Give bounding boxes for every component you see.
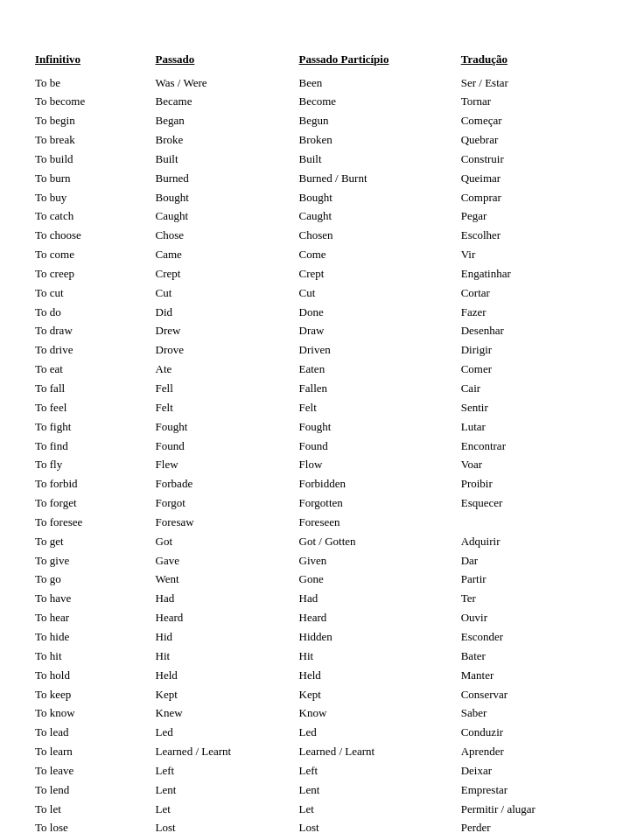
table-cell: Emprestar [461, 780, 609, 800]
table-cell: Learned / Learnt [156, 743, 299, 762]
table-cell: Come [299, 246, 461, 265]
table-row: To flyFlewFlowVoar [35, 456, 609, 475]
table-cell: To catch [35, 207, 156, 227]
table-cell: Cut [299, 284, 461, 303]
table-row: To haveHadHadTer [35, 590, 609, 609]
table-row: To lendLentLentEmprestar [35, 780, 609, 800]
table-row: To beginBeganBegunComeçar [35, 112, 609, 131]
table-cell: To choose [35, 227, 156, 246]
table-cell: Cut [156, 284, 299, 303]
table-cell: Hit [156, 647, 299, 666]
table-cell: Escolher [461, 227, 609, 246]
table-row: To catchCaughtCaughtPegar [35, 207, 609, 227]
table-cell: To keep [35, 685, 156, 704]
table-cell: Held [299, 666, 461, 685]
table-cell: Bought [156, 188, 299, 207]
table-cell: Foreseen [299, 513, 461, 532]
table-cell: Learned / Learnt [299, 743, 461, 762]
table-cell: Fought [299, 417, 461, 437]
table-row: To breakBrokeBrokenQuebrar [35, 131, 609, 150]
table-cell: Manter [461, 666, 609, 685]
table-row: To giveGaveGivenDar [35, 551, 609, 570]
table-cell: Knew [156, 704, 299, 724]
table-cell: Heard [299, 609, 461, 628]
table-cell: To be [35, 74, 156, 93]
table-cell: Left [299, 761, 461, 780]
table-cell: Proibir [461, 475, 609, 494]
table-cell: To break [35, 131, 156, 150]
table-cell: Comer [461, 360, 609, 380]
table-cell: Drove [156, 341, 299, 360]
table-row: To knowKnewKnowSaber [35, 704, 609, 724]
table-row: To fallFellFallenCair [35, 380, 609, 399]
table-cell: To fly [35, 456, 156, 475]
table-cell: Forgotten [299, 494, 461, 514]
table-cell: Lost [299, 819, 461, 833]
table-row: To driveDroveDrivenDirigir [35, 341, 609, 360]
table-cell: Draw [299, 322, 461, 341]
table-cell: Got [156, 532, 299, 551]
table-cell: Drew [156, 322, 299, 341]
table-cell: Gone [299, 570, 461, 590]
table-cell: Broken [299, 131, 461, 150]
table-cell: To give [35, 551, 156, 570]
table-cell: Got / Gotten [299, 532, 461, 551]
table-cell: Crept [156, 264, 299, 284]
table-row: To doDidDoneFazer [35, 303, 609, 322]
table-row: To learnLearned / LearntLearned / Learnt… [35, 743, 609, 762]
table-cell: Desenhar [461, 322, 609, 341]
table-cell: Forgot [156, 494, 299, 514]
table-cell: Forbade [156, 475, 299, 494]
table-row: To feelFeltFeltSentir [35, 398, 609, 417]
table-cell: To feel [35, 398, 156, 417]
table-row: To hideHidHiddenEsconder [35, 627, 609, 647]
table-cell: Been [299, 74, 461, 93]
table-cell: Aprender [461, 743, 609, 762]
table-cell: To burn [35, 169, 156, 188]
table-cell: To fall [35, 380, 156, 399]
table-cell: Fallen [299, 380, 461, 399]
table-cell: To eat [35, 360, 156, 380]
table-cell: To buy [35, 188, 156, 207]
table-cell: Voar [461, 456, 609, 475]
table-cell: To become [35, 93, 156, 112]
table-cell: Comprar [461, 188, 609, 207]
table-cell: Found [156, 437, 299, 456]
table-cell: Ouvir [461, 609, 609, 628]
table-row: To hitHitHitBater [35, 647, 609, 666]
col-header-passado: Passado [156, 52, 299, 74]
table-row: To forgetForgotForgottenEsquecer [35, 494, 609, 514]
table-cell: Went [156, 570, 299, 590]
table-cell: To forget [35, 494, 156, 514]
table-cell: Found [299, 437, 461, 456]
table-cell: Flew [156, 456, 299, 475]
table-cell: Fell [156, 380, 299, 399]
table-cell: Lent [156, 780, 299, 800]
table-cell: Encontrar [461, 437, 609, 456]
table-row: To fightFoughtFoughtLutar [35, 417, 609, 437]
table-cell: Ter [461, 590, 609, 609]
table-cell: Was / Were [156, 74, 299, 93]
table-row: To drawDrewDrawDesenhar [35, 322, 609, 341]
table-cell: Ser / Estar [461, 74, 609, 93]
table-cell: Queimar [461, 169, 609, 188]
table-row: To creepCreptCreptEngatinhar [35, 264, 609, 284]
table-cell: To hit [35, 647, 156, 666]
table-cell: Conduzir [461, 724, 609, 743]
table-cell: To begin [35, 112, 156, 131]
table-cell: Chosen [299, 227, 461, 246]
table-cell: Came [156, 246, 299, 265]
table-cell: To let [35, 800, 156, 819]
table-cell: Had [156, 590, 299, 609]
table-row: To leaveLeftLeftDeixar [35, 761, 609, 780]
table-row: To letLetLetPermitir / alugar [35, 800, 609, 819]
table-cell: To come [35, 246, 156, 265]
table-cell: Deixar [461, 761, 609, 780]
table-cell: Fazer [461, 303, 609, 322]
table-cell: To lose [35, 819, 156, 833]
table-row: To hearHeardHeardOuvir [35, 609, 609, 628]
table-cell: Broke [156, 131, 299, 150]
table-cell: To drive [35, 341, 156, 360]
table-cell: Pegar [461, 207, 609, 227]
table-cell: Kept [156, 685, 299, 704]
